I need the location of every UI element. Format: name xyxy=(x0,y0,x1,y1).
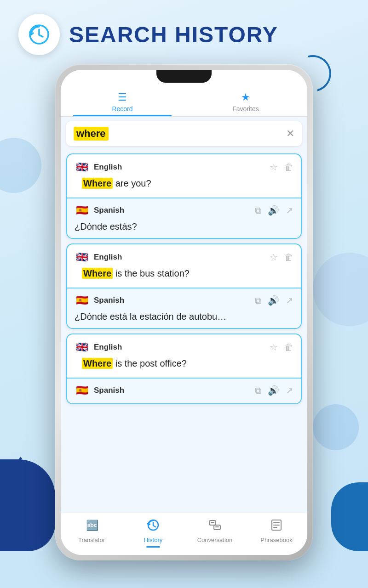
card-3-target-actions: ⧉ 🔊 ↗ xyxy=(255,385,293,396)
card-1-source-flag: 🇬🇧 xyxy=(75,160,89,175)
card-3-lang-row: 🇬🇧 English ☆ 🗑 xyxy=(75,340,293,355)
card-1-lang-left: 🇬🇧 English xyxy=(75,160,122,175)
tab-favorites[interactable]: ★ Favorites xyxy=(184,86,307,116)
card-3-target-lang-row: 🇪🇸 Spanish ⧉ 🔊 ↗ xyxy=(75,383,293,398)
card-3-target-lang: Spanish xyxy=(94,386,124,395)
card-3-source-flag: 🇬🇧 xyxy=(75,340,89,355)
search-clear-button[interactable]: ✕ xyxy=(286,128,294,140)
card-3-copy-button[interactable]: ⧉ xyxy=(255,385,261,396)
search-query[interactable]: where xyxy=(74,127,109,141)
phrasebook-nav-icon xyxy=(270,519,283,535)
card-2-share-button[interactable]: ↗ xyxy=(286,295,293,306)
app-content: ☰ Record ★ Favorites where ✕ xyxy=(61,70,307,555)
svg-text:🔤: 🔤 xyxy=(86,519,98,531)
history-nav-underline xyxy=(146,546,160,548)
search-bar: where ✕ xyxy=(66,121,302,146)
tab-record[interactable]: ☰ Record xyxy=(61,86,184,116)
history-nav-label: History xyxy=(144,537,162,543)
card-3-audio-button[interactable]: 🔊 xyxy=(268,385,279,396)
card-1-target-lang-left: 🇪🇸 Spanish xyxy=(75,203,124,218)
bg-decoration-1 xyxy=(0,138,41,193)
card-1-delete-button[interactable]: 🗑 xyxy=(284,162,293,173)
card-1-source-text: Where are you? xyxy=(75,175,293,195)
card-2-source-lang: English xyxy=(94,253,122,262)
card-3-target-flag: 🇪🇸 xyxy=(75,383,89,398)
card-1-translation-text: ¿Dónde estás? xyxy=(75,218,293,232)
card-1-audio-button[interactable]: 🔊 xyxy=(268,205,279,216)
conversation-nav-icon xyxy=(208,519,221,535)
card-2-source: 🇬🇧 English ☆ 🗑 Where is the b xyxy=(67,244,301,288)
conversation-nav-label: Conversation xyxy=(197,537,233,543)
card-1-target-actions: ⧉ 🔊 ↗ xyxy=(255,205,293,216)
card-2-target-flag: 🇪🇸 xyxy=(75,293,89,308)
record-tab-icon: ☰ xyxy=(118,91,127,103)
card-2-translation: 🇪🇸 Spanish ⧉ 🔊 ↗ ¿Dónde está la estación… xyxy=(67,288,301,328)
translation-cards-list: 🇬🇧 English ☆ 🗑 Where are you? xyxy=(61,151,307,513)
card-1-share-button[interactable]: ↗ xyxy=(286,205,293,216)
card-2-target-lang-row: 🇪🇸 Spanish ⧉ 🔊 ↗ xyxy=(75,293,293,308)
card-1-target-lang: Spanish xyxy=(94,206,124,215)
bg-decoration-3 xyxy=(313,404,359,450)
translation-card-1: 🇬🇧 English ☆ 🗑 Where are you? xyxy=(66,153,302,239)
card-3-highlight: Where xyxy=(82,358,113,369)
nav-phrasebook[interactable]: Phrasebook xyxy=(246,517,307,549)
nav-translator[interactable]: 🔤 Translator xyxy=(61,517,122,549)
nav-history[interactable]: History xyxy=(122,517,184,549)
card-2-source-actions: ☆ 🗑 xyxy=(270,252,293,263)
card-2-delete-button[interactable]: 🗑 xyxy=(284,252,293,263)
phone-notch xyxy=(156,70,212,83)
page-title: SEARCH HISTORY xyxy=(69,22,278,47)
translator-nav-label: Translator xyxy=(78,537,105,543)
card-1-star-button[interactable]: ☆ xyxy=(270,162,278,173)
card-2-copy-button[interactable]: ⧉ xyxy=(255,295,261,306)
phone-frame: ☰ Record ★ Favorites where ✕ xyxy=(55,64,313,560)
card-2-audio-button[interactable]: 🔊 xyxy=(268,295,279,306)
card-1-source: 🇬🇧 English ☆ 🗑 Where are you? xyxy=(67,154,301,198)
card-2-source-text: Where is the bus station? xyxy=(75,265,293,285)
translation-card-2: 🇬🇧 English ☆ 🗑 Where is the b xyxy=(66,243,302,329)
card-2-target-lang-left: 🇪🇸 Spanish xyxy=(75,293,124,308)
card-2-highlight: Where xyxy=(82,268,113,279)
translation-card-3: 🇬🇧 English ☆ 🗑 Where is the p xyxy=(66,334,302,404)
translator-nav-icon: 🔤 xyxy=(85,519,98,535)
phone-outer-shell: ☰ Record ★ Favorites where ✕ xyxy=(55,64,313,560)
favorites-tab-label: Favorites xyxy=(232,105,259,113)
favorites-tab-icon: ★ xyxy=(241,91,250,103)
card-2-lang-left: 🇬🇧 English xyxy=(75,250,122,265)
history-nav-icon xyxy=(147,519,160,535)
card-2-source-flag: 🇬🇧 xyxy=(75,250,89,265)
phrasebook-nav-label: Phrasebook xyxy=(260,537,292,543)
card-2-source-rest: is the bus station? xyxy=(115,268,190,278)
card-3-source-actions: ☆ 🗑 xyxy=(270,342,293,353)
card-1-source-rest: are you? xyxy=(115,178,151,188)
card-3-delete-button[interactable]: 🗑 xyxy=(284,342,293,353)
header-icon-circle xyxy=(18,14,60,55)
card-3-source-text: Where is the post office? xyxy=(75,355,293,375)
card-2-target-actions: ⧉ 🔊 ↗ xyxy=(255,295,293,306)
card-3-translation: 🇪🇸 Spanish ⧉ 🔊 ↗ xyxy=(67,379,301,403)
nav-conversation[interactable]: Conversation xyxy=(184,517,246,549)
card-3-share-button[interactable]: ↗ xyxy=(286,385,293,396)
card-1-lang-row: 🇬🇧 English ☆ 🗑 xyxy=(75,160,293,175)
card-2-target-lang: Spanish xyxy=(94,296,124,305)
card-2-lang-row: 🇬🇧 English ☆ 🗑 xyxy=(75,250,293,265)
bg-blob-right xyxy=(331,482,368,551)
card-1-highlight: Where xyxy=(82,178,113,189)
card-3-target-lang-left: 🇪🇸 Spanish xyxy=(75,383,124,398)
card-1-source-actions: ☆ 🗑 xyxy=(270,162,293,173)
bottom-nav-bar: 🔤 Translator xyxy=(61,513,307,555)
card-2-star-button[interactable]: ☆ xyxy=(270,252,278,263)
card-3-star-button[interactable]: ☆ xyxy=(270,342,278,353)
card-1-target-lang-row: 🇪🇸 Spanish ⧉ 🔊 ↗ xyxy=(75,203,293,218)
card-3-source-rest: is the post office? xyxy=(115,358,187,368)
phone-screen: ☰ Record ★ Favorites where ✕ xyxy=(61,70,307,555)
card-1-target-flag: 🇪🇸 xyxy=(75,203,89,218)
bg-decoration-2 xyxy=(313,253,368,326)
card-1-source-lang: English xyxy=(94,163,122,172)
card-1-copy-button[interactable]: ⧉ xyxy=(255,205,261,216)
record-tab-label: Record xyxy=(112,105,132,113)
history-icon xyxy=(28,23,51,46)
card-3-source: 🇬🇧 English ☆ 🗑 Where is the p xyxy=(67,334,301,378)
card-2-translation-text: ¿Dónde está la estación de autobu… xyxy=(75,308,293,322)
card-3-source-lang: English xyxy=(94,343,122,352)
